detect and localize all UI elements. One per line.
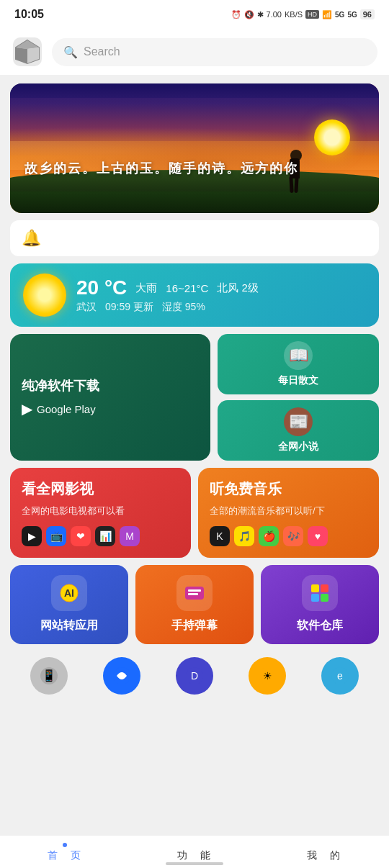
small-app-icon-4: ☀ [249, 657, 286, 695]
music-app-1: K [210, 526, 230, 546]
feature-col: 📖 每日散文 📰 全网小说 [218, 334, 379, 461]
google-play-label: Google Play [37, 403, 96, 415]
hd-icon: HD [305, 10, 319, 19]
video-desc: 全网的电影电视都可以看 [22, 505, 179, 517]
website-app-icon: AI [51, 575, 87, 611]
nav-home[interactable]: 首 页 [0, 836, 130, 868]
home-dot [63, 843, 67, 847]
website-app-label: 网站转应用 [40, 618, 98, 633]
speed-unit: KB/S [285, 10, 303, 19]
danmu-card[interactable]: 手持弹幕 [135, 565, 254, 644]
search-icon: 🔍 [63, 45, 78, 59]
media-row: 看全网影视 全网的电影电视都可以看 ▶ 📺 ❤ 📊 M 听免费音乐 全部的潮流音… [10, 468, 379, 558]
software-store-label: 软件仓库 [297, 618, 343, 633]
website-to-app-card[interactable]: AI 网站转应用 [10, 565, 128, 644]
music-title: 听免费音乐 [210, 479, 367, 499]
banner-sun [314, 119, 350, 155]
danmu-icon [176, 575, 213, 611]
search-text: Search [84, 45, 120, 58]
essay-label: 每日散文 [278, 374, 318, 387]
signal-5g2-icon: 5G [347, 11, 357, 19]
music-desc: 全部的潮流音乐都可以听/下 [210, 505, 367, 517]
small-app-4[interactable]: ☀ [249, 657, 286, 695]
small-app-1[interactable]: 📱 [30, 657, 68, 695]
small-app-icon-1: 📱 [30, 657, 68, 695]
app-icon-2: 📺 [46, 526, 66, 546]
svg-text:D: D [191, 670, 198, 682]
nav-indicator [166, 862, 223, 865]
bottom-nav: 首 页 功 能 我 的 [0, 835, 389, 868]
svg-rect-12 [311, 594, 319, 602]
alarm-icon: ⏰ [231, 10, 241, 19]
weather-desc: 大雨 [135, 281, 157, 295]
small-app-2[interactable] [103, 657, 140, 695]
music-app-2: 🎵 [234, 526, 254, 546]
novel-icon: 📰 [284, 407, 313, 436]
small-app-3[interactable]: D [176, 657, 213, 695]
banner-text: 故乡的云。上古的玉。随手的诗。远方的你 [24, 160, 298, 177]
novel-label: 全网小说 [278, 440, 318, 453]
weather-text: 20 °C 大雨 16~21°C 北风 2级 武汉 09:59 更新 湿度 95… [76, 276, 259, 314]
wifi-icon: 📶 [322, 10, 332, 19]
app-icon-1: ▶ [22, 526, 42, 546]
software-store-card[interactable]: 软件仓库 [261, 565, 379, 644]
app-logo [12, 36, 43, 68]
banner-ground [10, 188, 379, 213]
feature-row-1: 纯净软件下载 ▶ Google Play 📖 每日散文 📰 全网小说 [10, 334, 379, 461]
video-apps: ▶ 📺 ❤ 📊 M [22, 526, 179, 546]
svg-rect-9 [188, 593, 198, 595]
music-app-4: 🎶 [283, 526, 303, 546]
svg-text:📱: 📱 [42, 669, 56, 682]
nav-home-label: 首 页 [48, 849, 82, 862]
weather-sun-icon [23, 273, 66, 317]
download-card[interactable]: 纯净软件下载 ▶ Google Play [10, 334, 210, 461]
weather-city: 武汉 [76, 301, 97, 314]
novel-card[interactable]: 📰 全网小说 [218, 400, 379, 461]
video-card[interactable]: 看全网影视 全网的电影电视都可以看 ▶ 📺 ❤ 📊 M [10, 468, 191, 558]
danmu-label: 手持弹幕 [171, 618, 218, 633]
signal-5g-icon: 5G [335, 11, 344, 19]
weather-range: 16~21°C [166, 282, 208, 294]
main-content: 故乡的云。上古的玉。随手的诗。远方的你 🔔 20 °C 大雨 16~21°C 北… [0, 75, 389, 771]
svg-text:AI: AI [64, 587, 74, 599]
weather-card[interactable]: 20 °C 大雨 16~21°C 北风 2级 武汉 09:59 更新 湿度 95… [10, 263, 379, 327]
download-title: 纯净软件下载 [22, 377, 199, 394]
status-icons: ⏰ 🔇 ✱ 7.00 KB/S HD 📶 5G 5G 96 [231, 9, 375, 19]
small-app-icon-2 [103, 657, 140, 695]
software-store-icon [302, 575, 338, 611]
music-app-3: 🍎 [259, 526, 279, 546]
app-icon-4: 📊 [95, 526, 115, 546]
small-app-5[interactable]: e [321, 657, 359, 695]
nav-mine-label: 我 的 [307, 849, 341, 862]
bluetooth-icon: ✱ [257, 10, 264, 19]
status-bar: 10:05 ⏰ 🔇 ✱ 7.00 KB/S HD 📶 5G 5G 96 [0, 0, 389, 29]
app-icon-5: M [120, 526, 140, 546]
speed-indicator: 7.00 [267, 10, 282, 19]
small-app-icon-3: D [176, 657, 213, 695]
nav-mine[interactable]: 我 的 [259, 836, 389, 868]
features-dot [192, 843, 197, 847]
weather-temp: 20 °C [76, 276, 127, 299]
bottom-grid: AI 网站转应用 手持弹幕 [10, 565, 379, 644]
weather-update: 09:59 更新 [105, 301, 153, 314]
search-bar[interactable]: 🔍 Search [52, 38, 377, 66]
app-icon-3: ❤ [71, 526, 91, 546]
mine-dot [322, 843, 326, 847]
video-title: 看全网影视 [22, 479, 179, 499]
nav-features-label: 功 能 [177, 849, 212, 862]
notification-bar[interactable]: 🔔 [10, 220, 379, 256]
music-card[interactable]: 听免费音乐 全部的潮流音乐都可以听/下 K 🎵 🍎 🎶 ♥ [198, 468, 379, 558]
svg-rect-13 [321, 594, 328, 602]
music-app-5: ♥ [308, 526, 328, 546]
google-play-badge: ▶ Google Play [22, 400, 199, 417]
bell-icon: 🔔 [22, 229, 41, 248]
music-apps: K 🎵 🍎 🎶 ♥ [210, 526, 367, 546]
banner[interactable]: 故乡的云。上古的玉。随手的诗。远方的你 [10, 83, 379, 213]
play-icon: ▶ [22, 400, 32, 417]
essay-card[interactable]: 📖 每日散文 [218, 334, 379, 394]
silent-icon: 🔇 [244, 10, 254, 19]
small-app-icon-5: e [321, 657, 359, 695]
header: 🔍 Search [0, 29, 389, 75]
battery-icon: 96 [360, 9, 375, 19]
weather-wind: 北风 2级 [217, 281, 259, 295]
